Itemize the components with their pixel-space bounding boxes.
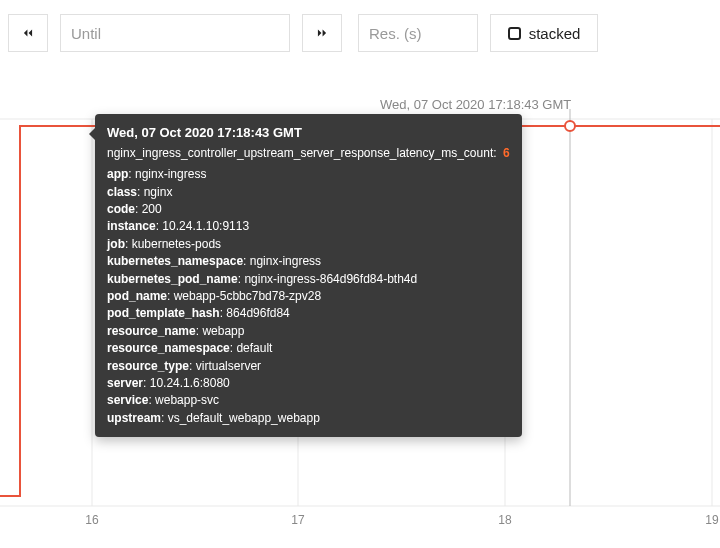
tooltip-label-row: upstream: vs_default_webapp_webapp xyxy=(107,410,510,427)
axis-tick-label: 16 xyxy=(85,513,99,527)
checkbox-icon xyxy=(508,27,521,40)
tooltip-label-row: kubernetes_namespace: nginx-ingress xyxy=(107,253,510,270)
double-chevron-left-icon xyxy=(21,26,35,40)
double-chevron-right-icon xyxy=(315,26,329,40)
hover-time-label: Wed, 07 Oct 2020 17:18:43 GMT xyxy=(380,97,571,112)
chart-area[interactable]: 16171819 Wed, 07 Oct 2020 17:18:43 GMT W… xyxy=(0,66,720,546)
tooltip-label-row: pod_template_hash: 864d96fd84 xyxy=(107,305,510,322)
tooltip-label-row: app: nginx-ingress xyxy=(107,166,510,183)
axis-tick-label: 17 xyxy=(291,513,305,527)
tooltip-label-row: resource_type: virtualserver xyxy=(107,358,510,375)
tooltip-metric: nginx_ingress_controller_upstream_server… xyxy=(107,145,510,162)
tooltip-label-row: job: kubernetes-pods xyxy=(107,236,510,253)
series-marker-icon xyxy=(565,121,575,131)
step-back-button[interactable] xyxy=(8,14,48,52)
tooltip-label-row: resource_namespace: default xyxy=(107,340,510,357)
tooltip-label-row: code: 200 xyxy=(107,201,510,218)
resolution-input[interactable] xyxy=(369,25,467,42)
tooltip-label-row: class: nginx xyxy=(107,184,510,201)
tooltip-metric-name: nginx_ingress_controller_upstream_server… xyxy=(107,146,497,160)
stacked-label: stacked xyxy=(529,25,581,42)
toolbar: stacked xyxy=(0,0,720,66)
resolution-input-wrap[interactable] xyxy=(358,14,478,52)
axis-tick-label: 19 xyxy=(705,513,719,527)
tooltip-label-row: server: 10.24.1.6:8080 xyxy=(107,375,510,392)
stacked-toggle[interactable]: stacked xyxy=(490,14,598,52)
axis-tick-label: 18 xyxy=(498,513,512,527)
tooltip-label-row: service: webapp-svc xyxy=(107,392,510,409)
tooltip-label-row: kubernetes_pod_name: nginx-ingress-864d9… xyxy=(107,271,510,288)
tooltip-label-row: resource_name: webapp xyxy=(107,323,510,340)
step-forward-button[interactable] xyxy=(302,14,342,52)
tooltip: Wed, 07 Oct 2020 17:18:43 GMT nginx_ingr… xyxy=(95,114,522,437)
until-input-wrap[interactable] xyxy=(60,14,290,52)
tooltip-time: Wed, 07 Oct 2020 17:18:43 GMT xyxy=(107,124,510,143)
tooltip-label-row: pod_name: webapp-5cbbc7bd78-zpv28 xyxy=(107,288,510,305)
until-input[interactable] xyxy=(71,25,279,42)
tooltip-label-row: instance: 10.24.1.10:9113 xyxy=(107,218,510,235)
tooltip-metric-value: 6 xyxy=(503,146,510,160)
tooltip-tail-icon xyxy=(89,128,95,140)
